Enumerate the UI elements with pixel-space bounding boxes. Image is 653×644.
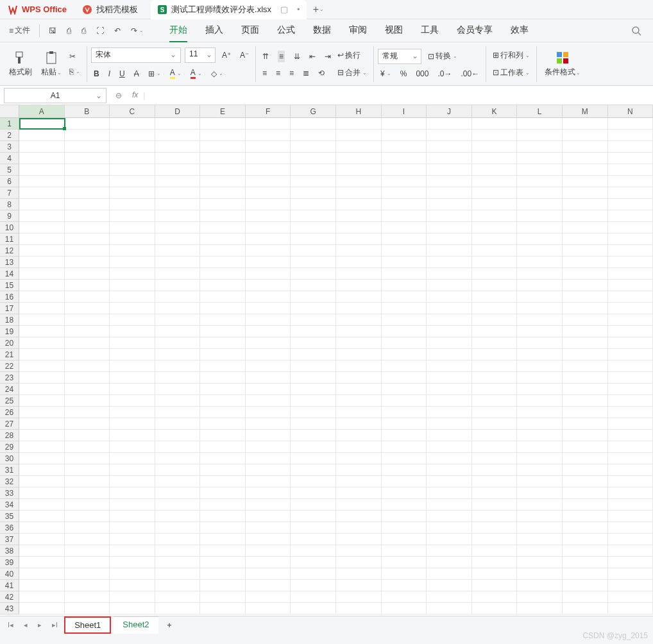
cell[interactable]	[608, 545, 653, 557]
cell[interactable]	[563, 418, 608, 430]
cell[interactable]	[608, 210, 653, 222]
cell[interactable]	[19, 476, 65, 487]
cell[interactable]	[200, 187, 246, 199]
cell[interactable]	[155, 499, 201, 511]
cell[interactable]	[382, 303, 427, 314]
cell[interactable]	[19, 511, 65, 522]
cell[interactable]	[155, 545, 201, 557]
cell[interactable]	[65, 210, 110, 222]
cell[interactable]	[472, 360, 518, 372]
cell[interactable]	[382, 591, 427, 603]
cell[interactable]	[427, 568, 472, 580]
cell[interactable]	[608, 522, 653, 534]
font-grow-button[interactable]: A⁺	[219, 49, 233, 61]
cell[interactable]	[336, 487, 382, 499]
cell[interactable]	[246, 384, 291, 395]
cell[interactable]	[382, 487, 427, 499]
cell[interactable]	[563, 603, 608, 614]
bold-button[interactable]: B	[91, 68, 102, 80]
col-header[interactable]: M	[563, 105, 608, 117]
cell[interactable]	[291, 187, 336, 199]
font-size-select[interactable]: 11	[185, 47, 216, 63]
cell[interactable]	[517, 118, 563, 130]
cell[interactable]	[608, 591, 653, 603]
cell[interactable]	[65, 280, 110, 291]
dec-dec-button[interactable]: .00←	[458, 68, 482, 80]
cell[interactable]	[336, 164, 382, 176]
cell[interactable]	[200, 360, 246, 372]
menu-tab-5[interactable]: 审阅	[349, 19, 367, 42]
cell[interactable]	[563, 280, 608, 291]
cell[interactable]	[336, 210, 382, 222]
cell[interactable]	[472, 291, 518, 303]
menu-tab-4[interactable]: 数据	[313, 19, 331, 42]
cell[interactable]	[200, 291, 246, 303]
cell[interactable]	[472, 349, 518, 360]
cell[interactable]	[200, 141, 246, 153]
cell[interactable]	[19, 522, 65, 534]
cell[interactable]	[155, 326, 201, 337]
orientation-button[interactable]: ⟲	[316, 67, 327, 79]
cell[interactable]	[472, 153, 518, 164]
cell[interactable]	[200, 164, 246, 176]
cell[interactable]	[608, 349, 653, 360]
cell[interactable]	[110, 233, 155, 245]
col-header[interactable]: C	[110, 105, 155, 117]
cell[interactable]	[382, 372, 427, 384]
cell[interactable]	[427, 511, 472, 522]
cell[interactable]	[110, 222, 155, 233]
cell[interactable]	[200, 268, 246, 280]
cell[interactable]	[19, 130, 65, 141]
cell[interactable]	[65, 453, 110, 464]
cell[interactable]	[246, 487, 291, 499]
row-header[interactable]: 35	[0, 511, 19, 522]
cell[interactable]	[517, 141, 563, 153]
cell[interactable]	[246, 407, 291, 418]
worksheet-button[interactable]: ⊡工作表⌄	[490, 66, 532, 80]
cell[interactable]	[19, 314, 65, 326]
cell[interactable]	[246, 568, 291, 580]
cell[interactable]	[65, 245, 110, 257]
cell[interactable]	[200, 476, 246, 487]
cell[interactable]	[517, 476, 563, 487]
cell[interactable]	[65, 441, 110, 453]
col-header[interactable]: F	[246, 105, 291, 117]
cell[interactable]	[427, 233, 472, 245]
cell[interactable]	[563, 545, 608, 557]
cell[interactable]	[382, 545, 427, 557]
thousands-button[interactable]: 000	[413, 68, 431, 80]
cell[interactable]	[382, 568, 427, 580]
cell[interactable]	[110, 476, 155, 487]
cell[interactable]	[472, 314, 518, 326]
cell[interactable]	[563, 441, 608, 453]
cell[interactable]	[110, 349, 155, 360]
row-header[interactable]: 1	[0, 118, 19, 130]
cell[interactable]	[291, 453, 336, 464]
cell[interactable]	[563, 268, 608, 280]
cell[interactable]	[336, 372, 382, 384]
cell[interactable]	[110, 522, 155, 534]
cell[interactable]	[336, 476, 382, 487]
menu-tab-2[interactable]: 页面	[241, 19, 259, 42]
cell[interactable]	[336, 349, 382, 360]
cell[interactable]	[608, 326, 653, 337]
cell[interactable]	[291, 222, 336, 233]
cell[interactable]	[246, 153, 291, 164]
cell[interactable]	[427, 418, 472, 430]
cell[interactable]	[608, 372, 653, 384]
cell[interactable]	[291, 487, 336, 499]
cell[interactable]	[427, 430, 472, 441]
cell[interactable]	[200, 534, 246, 545]
cell[interactable]	[155, 384, 201, 395]
underline-button[interactable]: U	[117, 68, 128, 80]
cell[interactable]	[427, 130, 472, 141]
cell[interactable]	[19, 487, 65, 499]
cell[interactable]	[155, 245, 201, 257]
row-header[interactable]: 3	[0, 141, 19, 153]
row-header[interactable]: 10	[0, 222, 19, 233]
cell[interactable]	[246, 130, 291, 141]
cell[interactable]	[608, 222, 653, 233]
cell[interactable]	[382, 464, 427, 476]
cell[interactable]	[427, 222, 472, 233]
cell[interactable]	[427, 303, 472, 314]
